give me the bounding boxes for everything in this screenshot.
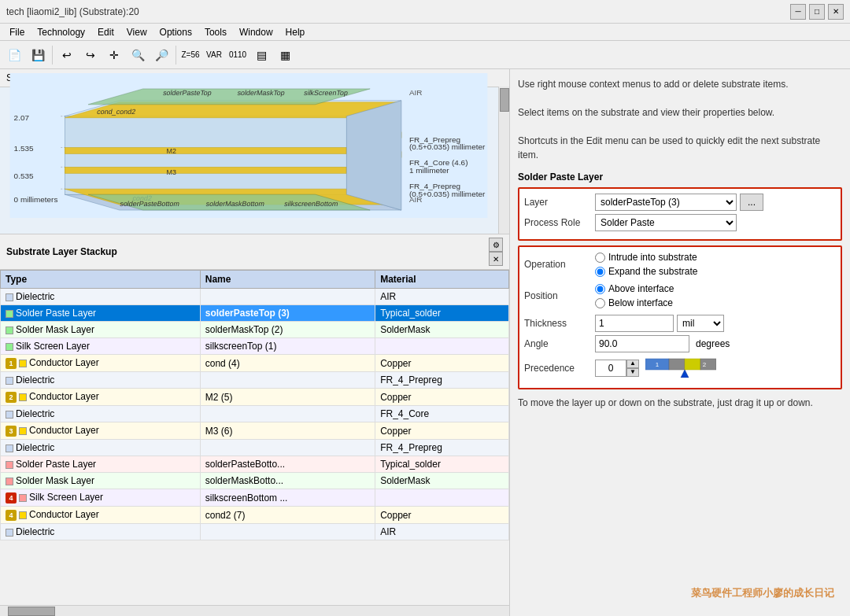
svg-text:1 millimeter: 1 millimeter bbox=[409, 166, 449, 175]
menu-options[interactable]: Options bbox=[153, 25, 198, 39]
intrude-radio[interactable] bbox=[595, 253, 605, 263]
table-row[interactable]: Solder Mask LayersolderMaskTop (2)Solder… bbox=[1, 322, 509, 338]
binary-button[interactable]: 0110 bbox=[227, 44, 249, 66]
new-button[interactable]: 📄 bbox=[3, 44, 25, 66]
3d-svg: 0 millimeters 0.535 1.535 2.07 AIR AIR F… bbox=[4, 73, 493, 218]
grid-button[interactable]: Z=56 bbox=[179, 44, 201, 66]
layer-stackup-panel: Substrate Layer Stackup ⚙ ✕ Type Name Ma… bbox=[0, 234, 509, 616]
angle-label: Angle bbox=[524, 338, 595, 349]
thickness-row: Thickness mil mm bbox=[524, 315, 836, 332]
cell-material: FR_4_Prepreg bbox=[375, 372, 509, 389]
menu-view[interactable]: View bbox=[120, 25, 153, 39]
toolbar-separator-2 bbox=[176, 46, 176, 65]
position-radio-group: Above interface Below interface bbox=[595, 283, 674, 308]
cell-name bbox=[200, 524, 375, 540]
thickness-input[interactable] bbox=[595, 315, 674, 332]
3d-vertical-scrollbar[interactable] bbox=[498, 87, 509, 234]
layer-select[interactable]: solderPasteTop (3) bbox=[595, 194, 737, 211]
table-row[interactable]: 4Silk Screen LayersilkscreenBottom ... bbox=[1, 489, 509, 507]
svg-text:cond_cond2: cond_cond2 bbox=[97, 108, 137, 116]
cell-type: Dielectric bbox=[1, 372, 201, 389]
table-row[interactable]: DielectricFR_4_Prepreg bbox=[1, 440, 509, 456]
stackup-close-button[interactable]: ✕ bbox=[489, 252, 503, 266]
table-row[interactable]: Solder Paste LayersolderPasteBotto...Typ… bbox=[1, 456, 509, 473]
table-row[interactable]: Silk Screen LayersilkscreenTop (1) bbox=[1, 338, 509, 355]
table-row[interactable]: DielectricFR_4_Prepreg bbox=[1, 372, 509, 389]
table-row[interactable]: Solder Mask LayersolderMaskBotto...Solde… bbox=[1, 473, 509, 489]
table-row[interactable]: DielectricAIR bbox=[1, 289, 509, 305]
svg-text:AIR: AIR bbox=[409, 88, 423, 97]
table-row[interactable]: 2Conductor LayerM2 (5)Copper bbox=[1, 389, 509, 406]
cell-type: Dielectric bbox=[1, 406, 201, 422]
table-row[interactable]: 4Conductor Layercond2 (7)Copper bbox=[1, 507, 509, 524]
svg-text:solderMaskTop: solderMaskTop bbox=[237, 89, 286, 97]
layer-label: Layer bbox=[524, 197, 595, 208]
cell-material: FR_4_Core bbox=[375, 406, 509, 422]
menu-edit[interactable]: Edit bbox=[91, 25, 120, 39]
right-panel: Use right mouse context menus to add or … bbox=[510, 69, 850, 616]
hscroll-thumb[interactable] bbox=[8, 607, 55, 616]
menu-window[interactable]: Window bbox=[233, 25, 279, 39]
precedence-input[interactable] bbox=[595, 360, 626, 377]
thickness-unit-select[interactable]: mil mm bbox=[677, 315, 724, 332]
expand-radio[interactable] bbox=[595, 267, 605, 277]
svg-marker-34 bbox=[346, 101, 401, 210]
svg-text:solderPasteTop: solderPasteTop bbox=[162, 89, 212, 97]
angle-input[interactable] bbox=[595, 335, 689, 352]
minimize-button[interactable]: ─ bbox=[790, 4, 806, 20]
table-row[interactable]: DielectricAIR bbox=[1, 524, 509, 540]
cell-type: 1Conductor Layer bbox=[1, 355, 201, 372]
process-role-row: Process Role Solder Paste bbox=[524, 214, 836, 231]
cell-name: silkscreenBottom ... bbox=[200, 489, 375, 507]
stackup-settings-button[interactable]: ⚙ bbox=[489, 238, 503, 252]
menu-help[interactable]: Help bbox=[279, 25, 312, 39]
menu-technology[interactable]: Technology bbox=[31, 25, 91, 39]
svg-text:(0.5+0.035) millimeter: (0.5+0.035) millimeter bbox=[409, 190, 486, 198]
svg-text:silkScreenTop: silkScreenTop bbox=[303, 89, 348, 97]
table-row[interactable]: Solder Paste LayersolderPasteTop (3)Typi… bbox=[1, 305, 509, 322]
cell-material: SolderMask bbox=[375, 473, 509, 489]
process-role-select[interactable]: Solder Paste bbox=[595, 214, 737, 231]
layer-button[interactable]: ▤ bbox=[250, 44, 272, 66]
horizontal-scrollbar[interactable] bbox=[0, 605, 509, 616]
stack-button[interactable]: ▦ bbox=[274, 44, 296, 66]
angle-control: degrees bbox=[595, 335, 730, 352]
cell-name: solderPasteBotto... bbox=[200, 456, 375, 473]
save-button[interactable]: 💾 bbox=[27, 44, 49, 66]
cell-name: silkscreenTop (1) bbox=[200, 338, 375, 355]
cell-name: M2 (5) bbox=[200, 389, 375, 406]
layer-dots-button[interactable]: ... bbox=[740, 194, 763, 211]
cell-type: Solder Paste Layer bbox=[1, 456, 201, 473]
restore-button[interactable]: □ bbox=[809, 4, 825, 20]
spinbox-up[interactable]: ▲ bbox=[626, 360, 639, 368]
table-row[interactable]: DielectricFR_4_Core bbox=[1, 406, 509, 422]
close-button[interactable]: ✕ bbox=[828, 4, 844, 20]
svg-text:0 millimeters: 0 millimeters bbox=[14, 195, 58, 204]
menu-file[interactable]: File bbox=[3, 25, 31, 39]
col-header-type: Type bbox=[1, 271, 201, 289]
table-row[interactable]: 3Conductor LayerM3 (6)Copper bbox=[1, 422, 509, 440]
below-radio[interactable] bbox=[595, 298, 605, 308]
precedence-row: Precedence ▲ ▼ bbox=[524, 356, 836, 380]
zoom-out-button[interactable]: 🔎 bbox=[150, 44, 172, 66]
layer-control: solderPasteTop (3) ... bbox=[595, 194, 763, 211]
layer-table-container[interactable]: Type Name Material DielectricAIRSolder P… bbox=[0, 270, 509, 605]
zoom-in-button[interactable]: 🔍 bbox=[127, 44, 149, 66]
solder-paste-section-title: Solder Paste Layer bbox=[518, 172, 842, 183]
undo-button[interactable]: ↩ bbox=[56, 44, 78, 66]
move-button[interactable]: ✛ bbox=[103, 44, 125, 66]
menu-tools[interactable]: Tools bbox=[198, 25, 233, 39]
table-row[interactable]: 1Conductor Layercond (4)Copper bbox=[1, 355, 509, 372]
var-button[interactable]: VAR bbox=[203, 44, 225, 66]
3d-canvas[interactable]: 0 millimeters 0.535 1.535 2.07 AIR AIR F… bbox=[4, 73, 493, 218]
layer-row: Layer solderPasteTop (3) ... bbox=[524, 194, 836, 211]
redo-button[interactable]: ↪ bbox=[79, 44, 102, 66]
vscroll-thumb[interactable] bbox=[500, 88, 509, 112]
above-radio[interactable] bbox=[595, 284, 605, 294]
cell-material: Copper bbox=[375, 422, 509, 440]
svg-text:2: 2 bbox=[703, 361, 707, 368]
svg-rect-40 bbox=[669, 359, 685, 370]
spinbox-down[interactable]: ▼ bbox=[626, 368, 639, 377]
svg-rect-23 bbox=[65, 167, 346, 173]
window-controls: ─ □ ✕ bbox=[790, 4, 844, 20]
